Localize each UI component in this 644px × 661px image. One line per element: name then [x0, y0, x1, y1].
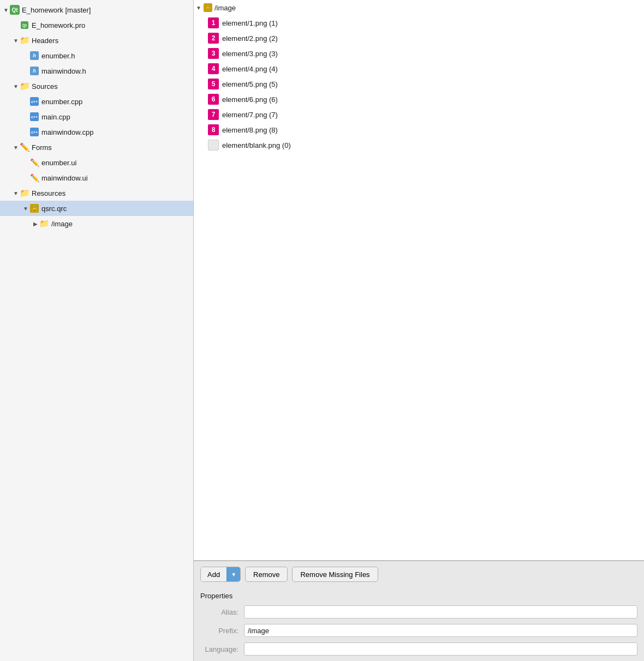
image-item-label: element/1.png (1) [222, 19, 278, 27]
folder-ui-icon: ✏️ [20, 142, 29, 152]
tree-item-pro-file[interactable]: QtE_homework.pro [0, 17, 193, 33]
prefix-input[interactable] [244, 624, 637, 637]
properties-section: Properties Alias: Prefix: Language: [194, 587, 644, 661]
tree-arrow-mainwindow-h [22, 67, 29, 75]
tree-label-mainwindow-cpp: mainwindow.cpp [41, 128, 93, 136]
tree-label-sources: Sources [32, 82, 58, 91]
alias-input[interactable] [244, 605, 637, 618]
image-item-label: element/6.png (6) [222, 95, 278, 104]
tree-arrow-forms: ▼ [12, 143, 20, 151]
add-dropdown-button[interactable]: ▼ [226, 567, 240, 581]
tree-label-resources: Resources [32, 189, 65, 197]
alias-row: Alias: [200, 605, 637, 618]
qt-pro-icon: Qt [20, 20, 29, 30]
cpp-file-icon: c++ [29, 112, 39, 122]
image-list-item[interactable]: 7element/7.png (7) [194, 107, 644, 122]
tree-item-main-cpp[interactable]: c++main.cpp [0, 109, 193, 124]
remove-missing-files-button[interactable]: Remove Missing Files [292, 567, 378, 582]
add-button[interactable]: Add [201, 567, 226, 581]
tree-item-headers[interactable]: ▼📁Headers [0, 33, 193, 48]
left-panel: ▼QtE_homework [master]QtE_homework.pro▼📁… [0, 0, 194, 661]
tree-label-forms: Forms [32, 143, 52, 152]
image-number-badge: 4 [208, 63, 219, 74]
qt-logo-icon: Qt [10, 5, 20, 15]
image-number-badge: 7 [208, 109, 219, 120]
dropdown-arrow-icon: ▼ [231, 572, 236, 578]
tree-item-root[interactable]: ▼QtE_homework [master] [0, 2, 193, 17]
image-list-item[interactable]: 8element/8.png (8) [194, 122, 644, 137]
h-file-icon: h [29, 51, 39, 61]
image-item-label: element/8.png (8) [222, 126, 278, 134]
folder-res-icon: 📁 [20, 188, 29, 198]
image-list-item[interactable]: 6element/6.png (6) [194, 92, 644, 107]
tree-arrow-enumber-cpp [22, 98, 29, 105]
folder-h-icon: 📁 [20, 35, 29, 45]
right-panel: ▼ 🔒 /image 1element/1.png (1)2element/2.… [194, 0, 644, 661]
remove-button[interactable]: Remove [245, 567, 288, 582]
tree-arrow-sources: ▼ [12, 82, 20, 90]
cpp-file-icon: c++ [29, 127, 39, 137]
resource-header-row[interactable]: ▼ 🔒 /image [194, 0, 644, 15]
tree-arrow-mainwindow-cpp [22, 128, 29, 136]
image-item-label: element/7.png (7) [222, 111, 278, 119]
tree-arrow-enumber-ui [22, 159, 29, 166]
tree-arrow-mainwindow-ui [22, 174, 29, 182]
tree-label-pro-file: E_homework.pro [32, 21, 85, 29]
tree-arrow-main-cpp [22, 113, 29, 121]
image-item-label: element/3.png (3) [222, 50, 278, 58]
tree-label-enumber-cpp: enumber.cpp [41, 98, 82, 106]
language-input[interactable] [244, 642, 637, 656]
image-list-item[interactable]: 2element/2.png (2) [194, 31, 644, 46]
tree-label-headers: Headers [32, 37, 58, 45]
add-button-group[interactable]: Add ▼ [200, 567, 241, 582]
ui-file-icon: ✏️ [29, 173, 39, 183]
tree-item-mainwindow-ui[interactable]: ✏️mainwindow.ui [0, 170, 193, 185]
tree-item-forms[interactable]: ▼✏️Forms [0, 140, 193, 155]
tree-item-mainwindow-h[interactable]: hmainwindow.h [0, 63, 193, 79]
tree-item-sources[interactable]: ▼📁Sources [0, 79, 193, 94]
tree-label-root: E_homework [master] [22, 6, 91, 14]
image-list-item[interactable]: element/blank.png (0) [194, 137, 644, 153]
tree-arrow-qsrc-qrc: ▼ [22, 205, 29, 212]
tree-label-enumber-ui: enumber.ui [41, 159, 76, 167]
language-label: Language: [200, 645, 244, 653]
tree-item-qsrc-qrc[interactable]: ▼🔒qsrc.qrc [0, 201, 193, 216]
tree-item-resources[interactable]: ▼📁Resources [0, 185, 193, 201]
tree-label-qsrc-qrc: qsrc.qrc [41, 205, 67, 213]
image-list-item[interactable]: 3element/3.png (3) [194, 46, 644, 61]
image-list-item[interactable]: 5element/5.png (5) [194, 76, 644, 92]
qrc-icon: 🔒 [29, 203, 39, 213]
image-number-badge: 5 [208, 79, 219, 89]
tree-arrow-root: ▼ [2, 6, 10, 14]
bottom-toolbar: Add ▼ Remove Remove Missing Files [194, 561, 644, 587]
language-row: Language: [200, 642, 637, 656]
tree-arrow-image-folder: ▶ [32, 220, 39, 227]
h-file-icon: h [29, 66, 39, 76]
resource-header-arrow: ▼ [196, 5, 204, 11]
tree-label-image-folder: /image [51, 220, 73, 228]
tree-label-enumber-h: enumber.h [41, 52, 75, 60]
folder-cpp-icon: 📁 [20, 81, 29, 91]
tree-arrow-pro-file [12, 21, 20, 29]
image-number-badge: 3 [208, 48, 219, 59]
image-number-badge: 6 [208, 94, 219, 105]
image-item-label: element/5.png (5) [222, 80, 278, 88]
resource-header-label: /image [214, 4, 236, 12]
prefix-label: Prefix: [200, 627, 244, 635]
image-list-item[interactable]: 1element/1.png (1) [194, 15, 644, 31]
resource-tree: ▼ 🔒 /image 1element/1.png (1)2element/2.… [194, 0, 644, 561]
tree-item-mainwindow-cpp[interactable]: c++mainwindow.cpp [0, 124, 193, 140]
tree-item-enumber-h[interactable]: henumber.h [0, 48, 193, 63]
tree-arrow-headers: ▼ [12, 37, 20, 44]
tree-item-enumber-ui[interactable]: ✏️enumber.ui [0, 155, 193, 170]
qrc-icon: 🔒 [204, 3, 212, 12]
prefix-row: Prefix: [200, 624, 637, 637]
properties-title: Properties [200, 592, 637, 600]
image-list-item[interactable]: 4element/4.png (4) [194, 61, 644, 76]
tree-item-enumber-cpp[interactable]: c++enumber.cpp [0, 94, 193, 109]
image-item-label: element/blank.png (0) [222, 141, 291, 149]
tree-arrow-resources: ▼ [12, 189, 20, 197]
tree-item-image-folder[interactable]: ▶📁/image [0, 216, 193, 231]
image-number-badge: 2 [208, 33, 219, 44]
image-number-badge: 1 [208, 17, 219, 28]
